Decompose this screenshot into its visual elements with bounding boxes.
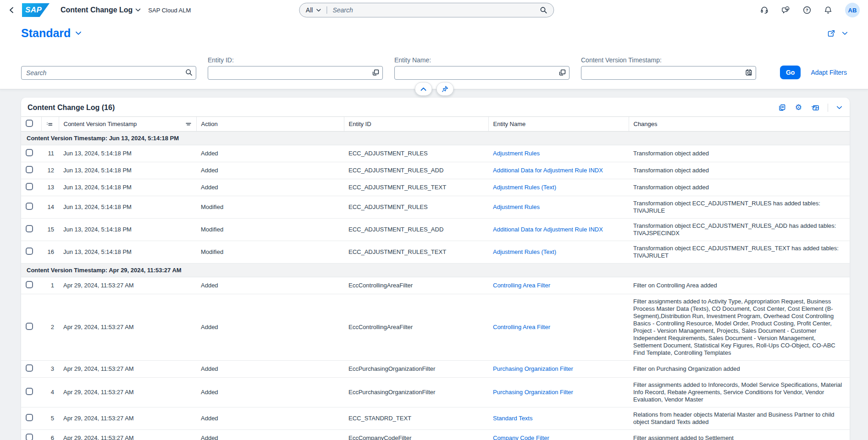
row-number: 3 [41,361,59,378]
cell-timestamp: Apr 29, 2024, 11:53:27 AM [59,361,196,378]
cell-entity-name: Purchasing Organization Filter [488,361,629,378]
user-avatar[interactable]: AB [845,3,860,17]
global-search-button[interactable] [540,6,547,14]
cell-entity-id: EccControllingAreaFilter [344,294,488,361]
chevron-down-icon [316,9,321,12]
entity-name-input[interactable] [394,66,569,80]
content-version-timestamp-input[interactable] [581,66,756,80]
entity-name-link[interactable]: Controlling Area Filter [493,282,550,289]
row-number: 14 [41,196,59,219]
cell-entity-name: Company Code Filter [488,430,629,440]
entity-id-input[interactable] [208,66,383,80]
filter-label: Content Version Timestamp: [581,56,756,64]
row-checkbox[interactable] [26,248,33,255]
cell-action: Added [196,162,344,179]
column-header-content-version-timestamp[interactable]: Content Version Timestamp [59,117,196,132]
entity-name-link[interactable]: Controlling Area Filter [493,324,550,330]
go-button[interactable]: Go [780,66,801,79]
column-label: Content Version Timestamp [64,121,137,127]
entity-name-link[interactable]: Adjustment Rules [493,150,540,157]
row-select-cell [21,378,41,407]
sap-logo-text: SAP [25,6,42,15]
entity-name-link[interactable]: Additional Data for Adjustment Rule INDX [493,226,603,233]
cell-action: Added [196,430,344,440]
select-all-checkbox[interactable] [26,120,33,127]
row-checkbox[interactable] [26,414,33,421]
collapse-filter-bar-button[interactable] [415,82,432,96]
share-button[interactable] [826,28,836,38]
row-checkbox[interactable] [26,166,33,173]
variant-selector[interactable]: Standard [21,27,82,40]
cell-timestamp: Apr 29, 2024, 11:53:27 AM [59,407,196,430]
row-select-cell [21,430,41,440]
entity-name-link[interactable]: Adjustment Rules (Text) [493,184,556,191]
entity-name-link[interactable]: Purchasing Organization Filter [493,365,573,372]
row-number: 6 [41,430,59,440]
column-header-action[interactable]: Action [196,117,344,132]
global-search-input[interactable] [332,6,539,14]
back-button[interactable] [8,6,15,14]
table-settings-button[interactable]: ⚙ [794,103,803,112]
grouping-indicator-icon [185,121,192,127]
copy-button[interactable] [777,103,787,112]
filter-field-entity-id: Entity ID: [208,56,383,80]
row-checkbox[interactable] [26,323,33,330]
sap-logo[interactable]: SAP [22,3,50,17]
global-search[interactable]: All [299,3,554,17]
export-button[interactable] [810,103,820,112]
chevron-down-icon [836,106,842,110]
table-row: 2Apr 29, 2024, 11:53:27 AMAddedEccContro… [21,294,850,361]
entity-name-link[interactable]: Purchasing Organization Filter [493,389,573,396]
row-checkbox[interactable] [26,225,33,232]
entity-name-link[interactable]: Standard Texts [493,415,532,422]
entity-name-link[interactable]: Additional Data for Adjustment Rule INDX [493,167,603,174]
pin-filter-bar-button[interactable] [436,82,453,96]
entity-name-link[interactable]: Adjustment Rules [493,204,540,210]
cell-action: Added [196,277,344,294]
filterbar-search-input[interactable] [21,66,196,80]
help-icon: ? [803,6,811,14]
help-button[interactable]: ? [803,6,811,14]
row-checkbox[interactable] [26,149,33,156]
search-scope-value: All [306,6,313,14]
search-icon[interactable] [185,69,193,76]
gear-icon: ⚙ [795,103,802,112]
row-number-column-header[interactable] [41,117,59,132]
row-checkbox[interactable] [26,364,33,372]
column-label: Changes [634,121,658,127]
cell-entity-id: ECC_ADJUSTMENT_RULES_TEXT [344,179,488,196]
cell-timestamp: Apr 29, 2024, 11:53:27 AM [59,294,196,361]
adapt-filters-link[interactable]: Adapt Filters [811,69,847,76]
row-number: 4 [41,378,59,407]
app-title-menu[interactable]: Content Change Log [61,6,141,14]
cell-action: Added [196,294,344,361]
support-button[interactable] [760,6,768,14]
notifications-button[interactable] [824,6,832,14]
cell-entity-name: Adjustment Rules (Text) [488,241,629,264]
row-checkbox[interactable] [26,388,33,395]
column-header-changes[interactable]: Changes [629,117,850,132]
date-picker-icon[interactable] [745,69,752,76]
column-header-entity-name[interactable]: Entity Name [488,117,629,132]
table-card: Content Change Log (16) ⚙ [21,98,850,440]
column-label: Entity Name [493,121,526,127]
value-help-icon[interactable] [372,69,379,76]
row-checkbox[interactable] [26,183,33,190]
value-help-icon[interactable] [558,69,566,76]
column-header-entity-id[interactable]: Entity ID [344,117,488,132]
page-actions-menu-button[interactable] [841,31,849,36]
cell-action: Modified [196,241,344,264]
search-scope-select[interactable]: All [306,6,321,14]
entity-name-link[interactable]: Adjustment Rules (Text) [493,248,556,255]
table-row: 11Jun 13, 2024, 5:14:18 PMAddedECC_ADJUS… [21,145,850,162]
entity-name-link[interactable]: Company Code Filter [493,434,549,440]
feedback-button[interactable] [781,6,790,14]
row-number: 16 [41,241,59,264]
row-checkbox[interactable] [26,281,33,288]
cell-entity-name: Additional Data for Adjustment Rule INDX [488,162,629,179]
cell-entity-id: ECC_STANDRD_TEXT [344,407,488,430]
row-checkbox[interactable] [26,434,33,440]
export-menu-button[interactable] [835,105,843,110]
headset-icon [760,6,768,14]
row-checkbox[interactable] [26,203,33,210]
